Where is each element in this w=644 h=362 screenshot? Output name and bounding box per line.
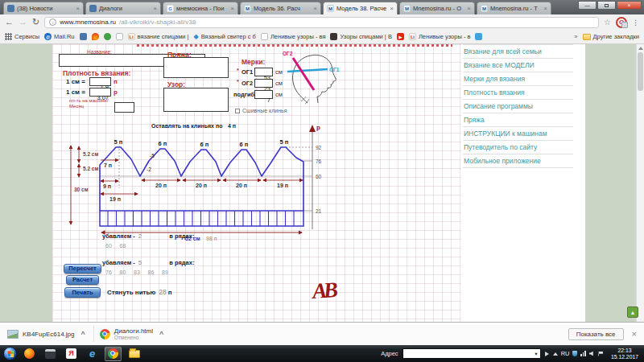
sidebar-item-family[interactable]: Вязание для всей семьи xyxy=(463,45,573,59)
minus2-label: -2 xyxy=(147,167,151,172)
sidebar-item-mobile[interactable]: Мобильное приложение xyxy=(463,154,573,168)
podgib-value[interactable] xyxy=(255,97,272,104)
bookmarks-overflow-icon[interactable]: » xyxy=(574,33,577,40)
tab-close-icon[interactable]: × xyxy=(313,5,317,12)
leave-note-value: 4 п xyxy=(228,123,236,129)
taskbar-explorer[interactable] xyxy=(126,347,142,361)
back-icon[interactable]: ← xyxy=(5,18,14,27)
tab-close-icon[interactable]: × xyxy=(467,5,471,12)
dropdown-icon[interactable]: ▼ xyxy=(534,352,538,356)
download-item-html[interactable]: Диалоги.html Отменено ^ xyxy=(100,327,167,341)
print-button[interactable]: Печать xyxy=(64,287,101,298)
sidebar-item-density[interactable]: Плотность вязания xyxy=(463,86,573,100)
tab-close-icon[interactable]: × xyxy=(153,5,157,12)
cinch-row: Стянуть нитью 28 п xyxy=(107,288,172,296)
other-bookmarks[interactable]: Другие закладки xyxy=(583,33,639,40)
tab-model36[interactable]: M Модель 36. Расч × xyxy=(240,2,321,14)
tab-close-icon[interactable]: × xyxy=(390,5,394,12)
youtube-icon[interactable]: ▶ xyxy=(397,33,404,40)
row-gauge-input[interactable] xyxy=(89,88,111,97)
download-chevron-icon[interactable]: ^ xyxy=(79,330,88,338)
page-bookmark-icon[interactable] xyxy=(116,33,123,40)
podgib-input[interactable] xyxy=(254,90,273,99)
scrollbar-thumb[interactable] xyxy=(638,52,643,91)
start-button[interactable] xyxy=(3,347,17,360)
minimize-button[interactable]: — xyxy=(578,1,597,10)
green-dot-bookmark-icon[interactable] xyxy=(104,33,111,40)
maximize-button[interactable] xyxy=(597,1,616,10)
tab-close-icon[interactable]: × xyxy=(543,5,547,12)
og1-label: ОГ1 xyxy=(242,68,253,76)
download-chevron-icon[interactable]: ^ xyxy=(157,330,166,338)
vk-bookmark-icon[interactable] xyxy=(80,33,87,40)
sidebar-item-models[interactable]: Вязание все МОДЕЛИ xyxy=(463,59,573,72)
bookmark-lazy1[interactable]: Ленивые узоры - вя xyxy=(261,33,326,40)
tab-mnemosina-t[interactable]: M Mnemosina.ru - Т × xyxy=(477,2,551,14)
close-button[interactable]: × xyxy=(617,1,642,10)
sidebar-item-about[interactable]: Описание программы xyxy=(463,100,573,113)
sidebar-item-guide[interactable]: Путеводитель по сайту xyxy=(463,141,573,154)
tab-dialogs[interactable]: Диалоги × xyxy=(85,2,161,14)
bookmark-services[interactable]: Сервисы xyxy=(5,33,39,40)
decrease-row-1: убавляем - 2 в рядах: xyxy=(102,232,194,240)
flag-icon[interactable] xyxy=(598,352,603,356)
taskbar-firefox[interactable] xyxy=(21,347,38,361)
seam-wedges-checkbox[interactable] xyxy=(235,109,240,113)
scrollbar-up-icon[interactable] xyxy=(638,47,643,50)
bookmark-label: Сервисы xyxy=(14,33,39,40)
bookmark-knitting1[interactable]: Li вязание спицами | xyxy=(128,33,189,40)
sidebar-item-yarn[interactable]: Пряжа xyxy=(463,113,573,127)
taskbar-media-player[interactable] xyxy=(42,347,59,361)
stitch-gauge-input[interactable] xyxy=(89,77,111,86)
blue-badge-icon[interactable] xyxy=(475,33,482,40)
address-bar[interactable]: i www.mnemosina.ru /all-vikroiki/v-shapk… xyxy=(44,17,599,28)
page-scrollbar[interactable] xyxy=(636,44,644,322)
og2-input[interactable] xyxy=(254,79,273,88)
ribbing-hatch xyxy=(108,211,294,226)
density2-prefix: 1 см = xyxy=(66,88,85,96)
pattern-input[interactable] xyxy=(163,88,229,112)
action-center-icon[interactable] xyxy=(572,351,577,356)
taskbar-chrome-active[interactable] xyxy=(105,347,122,361)
hidden-icons-icon[interactable] xyxy=(553,352,558,356)
info-icon[interactable]: i xyxy=(49,19,56,26)
close-downloads-icon[interactable]: × xyxy=(632,329,637,339)
recalculate-button[interactable]: Пересчет xyxy=(64,264,101,274)
tab-news[interactable]: (38) Новости × xyxy=(3,2,84,14)
bookmark-sweater[interactable]: ◆ Вязаный свитер с б xyxy=(194,33,256,40)
download-item-image[interactable]: KB4FupEc614.jpg ^ xyxy=(7,330,88,339)
volume-icon[interactable] xyxy=(589,352,595,356)
sidebar-item-instructions[interactable]: ИНСТРУКЦИИ к машинам xyxy=(463,127,573,141)
bookmark-lazy2[interactable]: Li Ленивые узоры - в xyxy=(409,33,471,40)
bookmark-star-icon[interactable]: ☆ xyxy=(604,18,611,27)
forward-icon[interactable]: → xyxy=(19,18,27,27)
bookmark-patterns[interactable]: Узоры спицами | В xyxy=(330,33,391,40)
cinch-unit: п xyxy=(168,289,172,296)
yarn-input[interactable] xyxy=(163,57,229,78)
tab-search[interactable]: G мнемосина - Пои × xyxy=(163,2,238,14)
taskbar-yandex[interactable]: Я xyxy=(63,347,80,361)
show-all-downloads-button[interactable]: Показать все xyxy=(568,328,624,340)
flame-bookmark-icon[interactable] xyxy=(92,33,99,40)
dec2-rows: 76 80 83 86 89 xyxy=(105,269,168,275)
address-go-icon[interactable] xyxy=(545,352,549,356)
calculate-button[interactable]: Расчет xyxy=(66,275,99,285)
language-indicator[interactable]: RU xyxy=(561,350,570,357)
tab-close-icon[interactable]: × xyxy=(76,5,80,12)
taskbar-ie[interactable]: e xyxy=(84,347,101,361)
network-icon[interactable] xyxy=(580,351,586,356)
tab-mnemosina-o[interactable]: M Mnemosina.ru - О × xyxy=(399,2,475,14)
scroll-to-top-button[interactable]: ▲ xyxy=(627,306,638,318)
taskbar-clock[interactable]: 22:13 15.12.2017 xyxy=(607,348,641,360)
tab-title: Mnemosina.ru - О xyxy=(413,5,464,12)
bookmark-mailru[interactable]: @ Mail.Ru xyxy=(44,33,74,40)
machine-density-input[interactable] xyxy=(114,102,134,113)
tab-close-icon[interactable]: × xyxy=(230,5,234,12)
sidebar-item-measures[interactable]: Мерки для вязания xyxy=(463,72,573,86)
tab-model38-active[interactable]: M Модель 38. Расче × xyxy=(323,2,398,14)
og1-input[interactable] xyxy=(254,68,273,76)
reload-icon[interactable]: ↻ xyxy=(32,18,39,27)
address-deskband-input[interactable]: ▼ xyxy=(402,348,541,359)
menu-kebab-icon[interactable]: ⋮ xyxy=(632,19,639,27)
profile-avatar[interactable]: О xyxy=(616,17,627,28)
